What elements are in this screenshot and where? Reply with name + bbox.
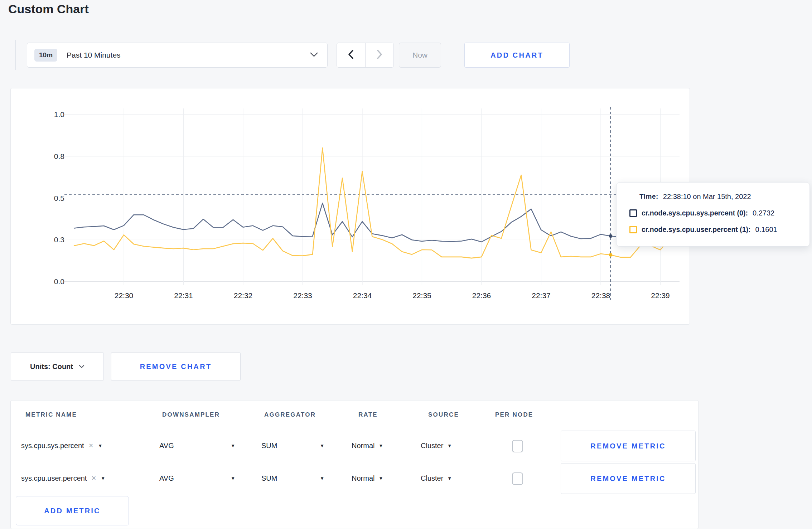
source-value: Cluster <box>421 474 443 482</box>
svg-text:22:37: 22:37 <box>532 291 551 300</box>
tooltip-series-row: cr.node.sys.cpu.sys.percent (0): 0.2732 <box>629 208 774 218</box>
clear-metric-icon[interactable] <box>91 474 96 482</box>
time-range-label: Past 10 Minutes <box>67 51 121 59</box>
chart-tooltip: Time: 22:38:10 on Mar 15th, 2022 cr.node… <box>616 182 810 247</box>
caret-down-icon <box>101 476 105 481</box>
caret-down-icon <box>231 443 235 448</box>
chevron-left-icon <box>348 50 354 60</box>
svg-text:0.8: 0.8 <box>54 152 64 160</box>
aggregator-value: SUM <box>261 442 277 450</box>
chart-card: 22:3022:3122:3222:3322:3422:3522:3622:37… <box>10 88 690 325</box>
source-value: Cluster <box>421 442 443 450</box>
units-selector[interactable]: Units: Count <box>11 352 104 381</box>
tooltip-series-name: cr.node.sys.cpu.user.percent (1): <box>642 225 751 234</box>
downsampler-value: AVG <box>159 474 174 482</box>
per-node-checkbox[interactable] <box>512 472 523 485</box>
remove-chart-button[interactable]: REMOVE CHART <box>111 352 241 381</box>
rate-value: Normal <box>352 442 374 450</box>
user-series-legend-icon <box>629 226 637 233</box>
chart-svg[interactable]: 22:3022:3122:3222:3322:3422:3522:3622:37… <box>11 88 690 325</box>
remove-metric-button[interactable]: REMOVE METRIC <box>561 431 696 461</box>
clear-metric-icon[interactable] <box>89 442 93 450</box>
time-range-badge: 10m <box>34 49 57 62</box>
svg-text:22:39: 22:39 <box>651 291 670 300</box>
source-dropdown[interactable]: Cluster <box>421 463 452 493</box>
tooltip-series-row: cr.node.sys.cpu.user.percent (1): 0.1601 <box>629 224 777 235</box>
source-dropdown[interactable]: Cluster <box>421 431 452 461</box>
units-label: Units: Count <box>30 363 73 371</box>
custom-chart-page: Custom Chart 10m Past 10 Minutes Now ADD… <box>0 0 812 529</box>
remove-metric-button[interactable]: REMOVE METRIC <box>561 463 696 494</box>
chevron-down-icon <box>79 363 84 370</box>
tooltip-series-name: cr.node.sys.cpu.sys.percent (0): <box>642 209 748 217</box>
column-header-source: SOURCE <box>428 411 459 418</box>
metric-name-dropdown[interactable]: sys.cpu.user.percent <box>21 463 105 493</box>
add-metric-button[interactable]: ADD METRIC <box>16 496 129 525</box>
prev-interval-button[interactable] <box>337 43 366 67</box>
metric-name-value: sys.cpu.user.percent <box>21 474 87 482</box>
svg-text:22:34: 22:34 <box>353 291 372 300</box>
column-header-aggregator: AGGREGATOR <box>264 411 316 418</box>
rate-dropdown[interactable]: Normal <box>352 463 383 493</box>
svg-text:22:36: 22:36 <box>472 291 491 300</box>
svg-text:22:38: 22:38 <box>591 291 610 300</box>
svg-text:0.3: 0.3 <box>54 236 64 244</box>
rate-value: Normal <box>352 474 374 482</box>
svg-text:22:31: 22:31 <box>174 291 193 300</box>
caret-down-icon <box>447 443 452 448</box>
toolbar-divider <box>15 40 16 70</box>
metrics-table: METRIC NAME DOWNSAMPLER AGGREGATOR RATE … <box>10 400 699 529</box>
rate-dropdown[interactable]: Normal <box>352 431 383 461</box>
svg-text:22:33: 22:33 <box>293 291 312 300</box>
chevron-down-icon <box>310 52 318 58</box>
downsampler-value: AVG <box>159 442 174 450</box>
caret-down-icon <box>320 443 324 448</box>
table-row: sys.cpu.sys.percent AVG SUM Normal Clust… <box>11 431 698 461</box>
svg-text:22:32: 22:32 <box>234 291 253 300</box>
next-interval-button[interactable] <box>366 43 394 67</box>
tooltip-time-row: Time: 22:38:10 on Mar 15th, 2022 <box>639 191 751 202</box>
aggregator-dropdown[interactable]: SUM <box>261 431 324 461</box>
downsampler-dropdown[interactable]: AVG <box>159 463 235 493</box>
metric-name-value: sys.cpu.sys.percent <box>21 442 84 450</box>
tooltip-time-value: 22:38:10 on Mar 15th, 2022 <box>663 193 751 201</box>
metric-name-dropdown[interactable]: sys.cpu.sys.percent <box>21 431 102 461</box>
svg-text:1.0: 1.0 <box>54 110 64 118</box>
table-row: sys.cpu.user.percent AVG SUM Normal Clus… <box>11 463 698 493</box>
caret-down-icon <box>378 443 383 448</box>
aggregator-value: SUM <box>261 474 277 482</box>
tooltip-series-value: 0.1601 <box>755 225 777 234</box>
caret-down-icon <box>231 476 235 481</box>
column-header-downsampler: DOWNSAMPLER <box>162 411 220 418</box>
time-nav-group <box>337 43 394 68</box>
column-header-per-node: PER NODE <box>495 411 533 418</box>
svg-text:22:35: 22:35 <box>412 291 431 300</box>
column-header-metric-name: METRIC NAME <box>25 411 77 418</box>
add-chart-button[interactable]: ADD CHART <box>464 43 570 68</box>
caret-down-icon <box>378 476 383 481</box>
per-node-checkbox[interactable] <box>512 440 523 452</box>
column-header-rate: RATE <box>358 411 378 418</box>
svg-text:0.0: 0.0 <box>54 277 64 286</box>
svg-text:0.5: 0.5 <box>54 194 64 202</box>
tooltip-series-value: 0.2732 <box>753 209 774 217</box>
time-range-selector[interactable]: 10m Past 10 Minutes <box>27 43 328 68</box>
aggregator-dropdown[interactable]: SUM <box>261 463 324 493</box>
caret-down-icon <box>320 476 324 481</box>
tooltip-time-label: Time: <box>639 193 658 200</box>
page-title: Custom Chart <box>8 2 89 16</box>
downsampler-dropdown[interactable]: AVG <box>159 431 235 461</box>
svg-text:22:30: 22:30 <box>115 291 134 300</box>
caret-down-icon <box>98 443 102 448</box>
now-button[interactable]: Now <box>399 43 441 68</box>
chevron-right-icon <box>377 50 382 60</box>
sys-series-legend-icon <box>629 209 637 217</box>
caret-down-icon <box>447 476 452 481</box>
